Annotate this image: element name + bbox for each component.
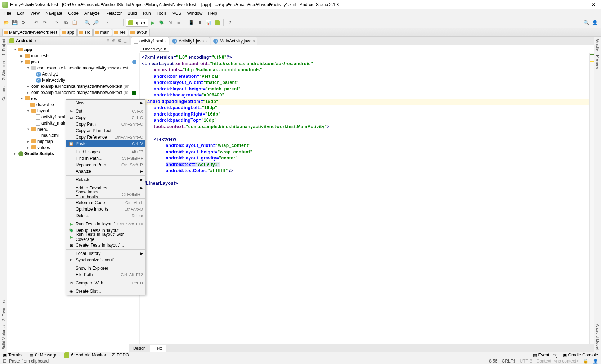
gradle-console-tab[interactable]: ▣Gradle Console (563, 352, 598, 358)
text-tab[interactable]: Text (150, 345, 166, 352)
open-icon[interactable]: 📂 (2, 19, 10, 27)
editor-tab-mainactivity-java[interactable]: CMainActivity.java× (211, 37, 257, 45)
cm-coverage[interactable]: ▶Run 'Tests in 'layout'' with Coverage (66, 234, 145, 240)
cm-copy-plain[interactable]: Copy as Plain Text (66, 127, 145, 134)
cm-copy-ref[interactable]: Copy ReferenceCtrl+Alt+Shift+C (66, 134, 145, 140)
cm-analyze[interactable]: Analyze▶ (66, 168, 145, 175)
android-monitor-tab[interactable]: 6: Android Monitor (64, 352, 106, 358)
maximize-button[interactable]: ☐ (573, 1, 584, 8)
encoding[interactable]: UTF-8 (520, 359, 532, 364)
search-everywhere-icon[interactable]: 🔍 (582, 19, 590, 27)
context-selector[interactable]: Context: <no context> (537, 359, 579, 364)
replace-icon[interactable]: 🔎 (92, 19, 100, 27)
tree-node-activity1[interactable]: CActivity1 (7, 71, 129, 77)
menu-run[interactable]: Run (140, 10, 154, 17)
user-icon[interactable]: 👤 (591, 19, 599, 27)
menu-analyze[interactable]: Analyze (81, 10, 103, 17)
close-icon[interactable]: × (253, 39, 255, 43)
menu-edit[interactable]: Edit (14, 10, 27, 17)
crumb-layout[interactable]: layout (129, 29, 150, 36)
menu-help[interactable]: Help (205, 10, 220, 17)
cm-reformat[interactable]: Reformat CodeCtrl+Alt+L (66, 199, 145, 206)
editor-tab-activity1-xml[interactable]: activity1.xml× (131, 37, 169, 45)
cm-replace-in-path[interactable]: Replace in Path...Ctrl+Shift+R (66, 162, 145, 168)
cut-icon[interactable]: ✂ (53, 19, 61, 27)
run-icon[interactable]: ▶ (149, 19, 157, 27)
cm-new[interactable]: New▶ (66, 100, 145, 106)
crumb-project[interactable]: ManyActivityNetworkTest (2, 29, 59, 36)
stop-icon[interactable]: ■ (175, 19, 183, 27)
gear-icon[interactable]: ⚙ (118, 38, 122, 43)
redo-icon[interactable]: ↷ (41, 19, 49, 27)
menu-build[interactable]: Build (125, 10, 140, 17)
menu-code[interactable]: Code (65, 10, 81, 17)
paste-icon[interactable]: 📋 (71, 19, 79, 27)
crumb-app[interactable]: app (60, 29, 77, 36)
side-tab-captures[interactable]: Captures (1, 82, 6, 103)
chevron-down-icon[interactable]: ▼ (34, 39, 37, 42)
cm-file-path[interactable]: File PathCtrl+Alt+F12 (66, 271, 145, 278)
tree-node-manifests[interactable]: ▶manifests (7, 53, 129, 59)
avd-icon[interactable]: 📱 (187, 19, 195, 27)
back-icon[interactable]: ← (104, 19, 112, 27)
cm-find-usages[interactable]: Find UsagesAlt+F7 (66, 149, 145, 155)
editor-minimap[interactable] (589, 53, 594, 344)
cm-paste[interactable]: 📋PasteCtrl+V (66, 140, 145, 147)
tree-node-mainactivity[interactable]: CMainActivity (7, 77, 129, 83)
editor-crumb-linearlayout[interactable]: LinearLayout (140, 46, 169, 52)
line-separator[interactable]: CRLF‡ (502, 359, 516, 364)
side-tab-structure[interactable]: 7: Structure (1, 58, 6, 82)
crumb-res[interactable]: res (113, 29, 128, 36)
crumb-main[interactable]: main (93, 29, 112, 36)
debug-icon[interactable]: 🪲 (157, 19, 165, 27)
gutter-class-icon[interactable] (132, 60, 136, 64)
design-tab[interactable]: Design (129, 345, 150, 352)
gutter-color-swatch[interactable] (132, 91, 136, 95)
side-tab-gradle[interactable]: Gradle (595, 37, 601, 53)
save-icon[interactable]: 💾 (11, 19, 19, 27)
menu-file[interactable]: File (1, 10, 14, 17)
side-tab-project[interactable]: 1: Project (1, 37, 6, 58)
side-tab-build-variants[interactable]: Build Variants (1, 323, 6, 352)
cm-optimize[interactable]: Optimize ImportsCtrl+Alt+O (66, 206, 145, 212)
menu-navigate[interactable]: Navigate (42, 10, 65, 17)
menu-vcs[interactable]: VCS (170, 10, 184, 17)
event-log-tab[interactable]: ▤Event Log (533, 352, 558, 358)
tree-node-pkg-main[interactable]: ▼com.example.kinoshita.manyactivitynetwo… (7, 65, 129, 71)
inspect-icon[interactable]: 👤 (593, 359, 598, 364)
cm-create-gist[interactable]: ◉Create Gist... (66, 288, 145, 295)
close-icon[interactable]: × (205, 39, 207, 43)
side-tab-favorites[interactable]: 2: Favorites (1, 298, 6, 323)
cm-local-history[interactable]: Local History▶ (66, 250, 145, 257)
help-icon[interactable]: ? (226, 19, 234, 27)
cm-create-tests[interactable]: ⊞Create 'Tests in 'layout''... (66, 242, 145, 248)
menu-tools[interactable]: Tools (154, 10, 170, 17)
copy-icon[interactable]: ⧉ (62, 19, 70, 27)
lock-icon[interactable]: 🔓 (583, 359, 588, 364)
minimize-button[interactable]: ─ (558, 1, 569, 8)
sync-icon[interactable]: ⟳ (19, 19, 27, 27)
android-icon2[interactable] (213, 19, 221, 27)
collapse-icon[interactable]: ⊖ (106, 38, 110, 43)
sdk-icon[interactable]: ⬇ (196, 19, 204, 27)
project-view-selector[interactable]: Android (16, 38, 32, 43)
cm-show-thumbnails[interactable]: Show Image ThumbnailsCtrl+Shift+T (66, 191, 145, 198)
todo-tab[interactable]: ☑TODO (111, 352, 129, 358)
cm-run-tests[interactable]: ▶Run 'Tests in 'layout''Ctrl+Shift+F10 (66, 221, 145, 227)
cm-copy-path[interactable]: Copy PathCtrl+Shift+C (66, 121, 145, 127)
menu-view[interactable]: View (27, 10, 42, 17)
attach-icon[interactable]: ⇲ (166, 19, 174, 27)
find-icon[interactable]: 🔍 (83, 19, 91, 27)
hide-icon[interactable]: ⎯ (124, 38, 126, 43)
cm-refactor[interactable]: Refactor▶ (66, 176, 145, 183)
cm-cut[interactable]: ✂CutCtrl+X (66, 108, 145, 114)
side-tab-preview[interactable]: Preview (595, 53, 601, 71)
ddms-icon[interactable]: 📊 (205, 19, 212, 27)
run-config-selector[interactable]: app ▾ (126, 19, 148, 27)
target-icon[interactable]: ⊕ (112, 38, 116, 43)
tree-node-pkg-androidtest[interactable]: ▶com.example.kinoshita.manyactivitynetwo… (7, 83, 129, 89)
cm-delete[interactable]: Delete...Delete (66, 212, 145, 219)
tree-node-java[interactable]: ▼java (7, 59, 129, 65)
tree-node-pkg-test[interactable]: ▶com.example.kinoshita.manyactivitynetwo… (7, 89, 129, 95)
code-editor[interactable]: <?xml version="1.0" encoding="utf-8"?> <… (140, 53, 589, 344)
